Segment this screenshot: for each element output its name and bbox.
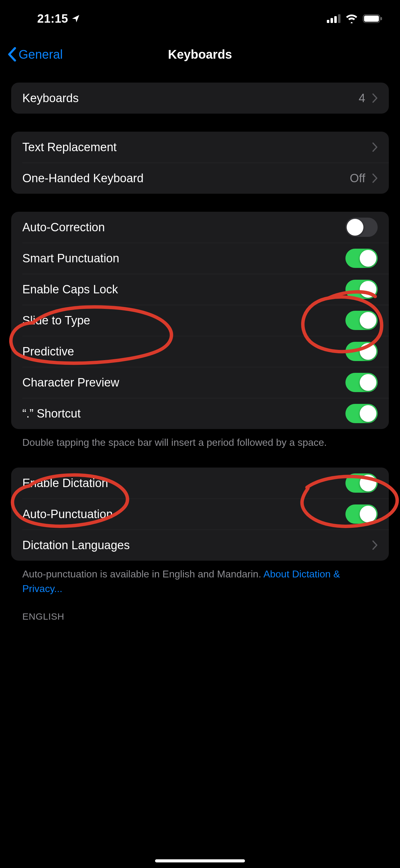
row-label: Keyboards bbox=[22, 92, 79, 105]
group-keyboards: Keyboards 4 bbox=[11, 83, 389, 114]
screen: 21:15 bbox=[0, 0, 400, 868]
chevron-right-icon bbox=[372, 93, 378, 103]
row-text-replacement[interactable]: Text Replacement bbox=[11, 132, 389, 163]
svg-rect-5 bbox=[364, 16, 379, 22]
chevron-right-icon bbox=[372, 143, 378, 152]
back-button[interactable]: General bbox=[7, 47, 63, 61]
group-typing: Auto-Correction Smart Punctuation Enable… bbox=[11, 212, 389, 429]
one-handed-value: Off bbox=[350, 172, 365, 185]
row-one-handed[interactable]: One-Handed Keyboard Off bbox=[11, 163, 389, 194]
svg-rect-0 bbox=[327, 20, 329, 23]
row-label: One-Handed Keyboard bbox=[22, 172, 143, 185]
chevron-right-icon bbox=[372, 540, 378, 550]
location-arrow-icon bbox=[71, 14, 80, 23]
slide-to-type-toggle[interactable] bbox=[345, 311, 378, 330]
row-auto-punctuation: Auto-Punctuation bbox=[11, 499, 389, 530]
page-title: Keyboards bbox=[168, 48, 232, 61]
nav-bar: General Keyboards bbox=[0, 37, 400, 71]
content: Keyboards 4 Text Replacement bbox=[0, 83, 400, 625]
home-indicator[interactable] bbox=[155, 859, 245, 862]
status-right bbox=[327, 14, 382, 23]
row-character-preview: Character Preview bbox=[11, 367, 389, 398]
battery-icon bbox=[363, 14, 382, 23]
row-right: Off bbox=[350, 172, 378, 185]
smart-punctuation-toggle[interactable] bbox=[345, 249, 378, 268]
chevron-right-icon bbox=[372, 174, 378, 183]
row-label: Enable Caps Lock bbox=[22, 283, 118, 296]
row-caps-lock: Enable Caps Lock bbox=[11, 274, 389, 305]
row-smart-punctuation: Smart Punctuation bbox=[11, 243, 389, 274]
row-label: Predictive bbox=[22, 345, 74, 358]
row-right: 4 bbox=[359, 92, 378, 105]
row-label: Auto-Correction bbox=[22, 221, 105, 234]
svg-rect-1 bbox=[331, 18, 333, 23]
typing-footer: Double tapping the space bar will insert… bbox=[11, 429, 389, 450]
status-bar: 21:15 bbox=[0, 0, 400, 37]
caps-lock-toggle[interactable] bbox=[345, 280, 378, 299]
wifi-icon bbox=[345, 14, 358, 23]
row-auto-correction: Auto-Correction bbox=[11, 212, 389, 243]
group-dictation: Enable Dictation Auto-Punctuation Dictat… bbox=[11, 468, 389, 561]
row-enable-dictation: Enable Dictation bbox=[11, 468, 389, 499]
row-label: Smart Punctuation bbox=[22, 252, 120, 265]
period-shortcut-toggle[interactable] bbox=[345, 404, 378, 423]
predictive-toggle[interactable] bbox=[345, 342, 378, 361]
group-text: Text Replacement One-Handed Keyboard Off bbox=[11, 132, 389, 194]
auto-correction-toggle[interactable] bbox=[345, 218, 378, 237]
row-label: Auto-Punctuation bbox=[22, 507, 113, 521]
row-predictive: Predictive bbox=[11, 336, 389, 367]
auto-punctuation-toggle[interactable] bbox=[345, 504, 378, 524]
dictation-footer: Auto-punctuation is available in English… bbox=[11, 561, 389, 596]
status-left: 21:15 bbox=[37, 12, 80, 26]
row-slide-to-type: Slide to Type bbox=[11, 305, 389, 336]
row-right bbox=[372, 143, 378, 152]
svg-rect-2 bbox=[334, 16, 337, 23]
dictation-footer-text: Auto-punctuation is available in English… bbox=[22, 568, 263, 580]
cellular-icon bbox=[327, 14, 340, 23]
svg-rect-6 bbox=[380, 17, 382, 20]
back-label: General bbox=[19, 48, 63, 61]
row-label: Text Replacement bbox=[22, 141, 116, 154]
chevron-left-icon bbox=[7, 47, 17, 61]
row-label: Slide to Type bbox=[22, 314, 90, 327]
english-section-header: ENGLISH bbox=[11, 596, 389, 625]
enable-dictation-toggle[interactable] bbox=[345, 473, 378, 493]
character-preview-toggle[interactable] bbox=[345, 373, 378, 392]
row-label: “.” Shortcut bbox=[22, 407, 80, 420]
row-label: Dictation Languages bbox=[22, 538, 130, 552]
keyboards-count: 4 bbox=[359, 92, 365, 105]
row-label: Enable Dictation bbox=[22, 476, 108, 490]
row-dictation-languages[interactable]: Dictation Languages bbox=[11, 530, 389, 561]
row-period-shortcut: “.” Shortcut bbox=[11, 398, 389, 429]
svg-rect-3 bbox=[338, 14, 340, 23]
status-time: 21:15 bbox=[37, 12, 68, 26]
row-keyboards[interactable]: Keyboards 4 bbox=[11, 83, 389, 114]
row-right bbox=[372, 540, 378, 550]
row-label: Character Preview bbox=[22, 376, 120, 389]
